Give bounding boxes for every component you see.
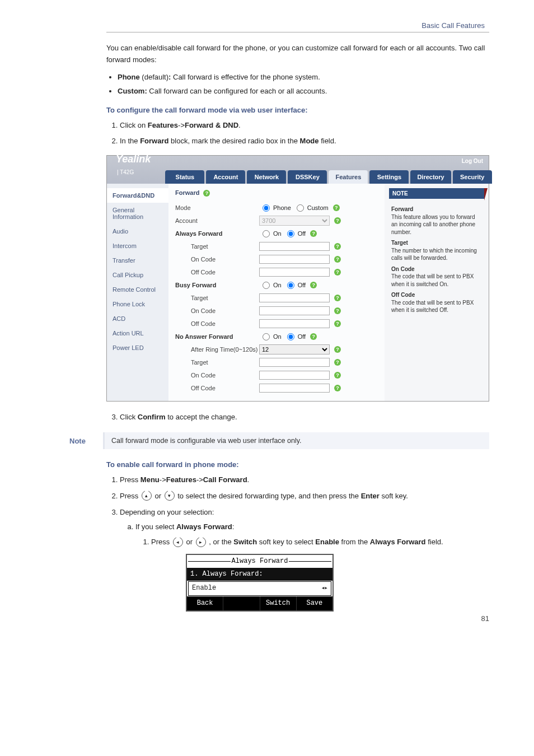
sec1-step1: Click on Features->Forward & DND.: [120, 120, 489, 132]
tab-dsskey[interactable]: DSSKey: [288, 170, 327, 184]
side-remote-control[interactable]: Remote Control: [107, 282, 168, 297]
header-rule: [106, 32, 489, 32]
side-nav: Forward&DND General Information Audio In…: [107, 184, 168, 401]
sec1-step2: In the Forward block, mark the desired r…: [120, 136, 489, 147]
busy-offcode-input[interactable]: [259, 319, 330, 328]
note-callout: Note Call forward mode is configurable v…: [67, 432, 489, 449]
side-audio[interactable]: Audio: [107, 224, 168, 239]
busy-off-radio[interactable]: [287, 282, 294, 289]
mode-phone-radio[interactable]: [263, 204, 270, 212]
softkey-switch[interactable]: Switch: [260, 596, 297, 610]
tab-directory[interactable]: Directory: [410, 170, 451, 184]
help-icon[interactable]: ?: [310, 333, 317, 340]
help-icon[interactable]: ?: [334, 243, 341, 250]
sec1-step3: Click Confirm to accept the change.: [120, 412, 489, 423]
sec2-step2: Press ▴ or ▾ to select the desired forwa…: [120, 491, 489, 502]
busy-oncode-input[interactable]: [259, 306, 330, 315]
phone-row2[interactable]: Enable ◂▸: [188, 581, 331, 595]
side-power-led[interactable]: Power LED: [107, 340, 168, 355]
sec2-head: To enable call forward in phone mode:: [106, 460, 489, 469]
help-icon[interactable]: ?: [334, 307, 341, 314]
phone-title: Always Forward: [187, 555, 332, 568]
side-intercom[interactable]: Intercom: [107, 239, 168, 253]
brand-logo: Yealink | T42G: [111, 151, 155, 184]
top-tabs: Status Account Network DSSKey Features S…: [165, 170, 491, 184]
row-always-forward: Always Forward On Off ?: [175, 228, 378, 239]
phone-softkeys: Back Switch Save: [187, 596, 332, 610]
always-offcode-input[interactable]: [259, 268, 330, 277]
side-action-url[interactable]: Action URL: [107, 326, 168, 340]
note-head: NOTE: [389, 188, 484, 199]
help-icon[interactable]: ?: [334, 295, 341, 301]
softkey-empty[interactable]: [223, 596, 260, 610]
noans-on-radio[interactable]: [263, 333, 270, 340]
mode-bullets: Phone (default): Call forward is effecti…: [118, 72, 489, 97]
bullet-phone-default: (default): [140, 73, 168, 81]
note-panel: NOTE ForwardThis feature allows you to f…: [385, 184, 489, 401]
form-title: Forward ?: [175, 189, 378, 197]
side-acd[interactable]: ACD: [107, 311, 168, 326]
help-icon[interactable]: ?: [334, 359, 341, 366]
tab-status[interactable]: Status: [165, 170, 204, 184]
bullet-custom-rest: Call forward can be configured for each …: [147, 87, 327, 95]
noans-off-radio[interactable]: [287, 333, 294, 340]
help-icon[interactable]: ?: [334, 217, 341, 224]
side-phone-lock[interactable]: Phone Lock: [107, 297, 168, 311]
phone-enable-value: Enable: [192, 583, 216, 594]
help-icon[interactable]: ?: [334, 346, 341, 353]
help-icon[interactable]: ?: [310, 230, 317, 237]
sec2-sub-a-1: Press ◂ or ▸ , or the Switch soft key to…: [151, 536, 489, 548]
help-icon[interactable]: ?: [310, 282, 317, 288]
note-label: Note: [67, 432, 103, 449]
sec2-sub-a: If you select Always Forward: Press ◂ or…: [135, 521, 489, 611]
busy-target-input[interactable]: [259, 293, 330, 302]
phone-row1: 1. Always Forward:: [187, 568, 332, 581]
note-body: Call forward mode is configurable via we…: [103, 432, 489, 449]
mode-custom-radio[interactable]: [297, 204, 304, 212]
softkey-save[interactable]: Save: [297, 596, 332, 610]
tab-account[interactable]: Account: [206, 170, 245, 184]
help-icon[interactable]: ?: [334, 256, 341, 263]
noans-oncode-input[interactable]: [259, 371, 330, 380]
side-transfer[interactable]: Transfer: [107, 253, 168, 268]
help-icon[interactable]: ?: [334, 372, 341, 379]
down-key-icon: ▾: [165, 491, 175, 501]
busy-on-radio[interactable]: [263, 282, 270, 289]
right-key-icon: ▸: [196, 537, 206, 547]
side-call-pickup[interactable]: Call Pickup: [107, 268, 168, 282]
help-icon[interactable]: ?: [334, 269, 341, 276]
tab-settings[interactable]: Settings: [369, 170, 409, 184]
help-icon[interactable]: ?: [334, 320, 341, 327]
tab-network[interactable]: Network: [247, 170, 286, 184]
always-on-radio[interactable]: [263, 230, 270, 237]
help-icon[interactable]: ?: [203, 190, 210, 197]
logout-link[interactable]: Log Out: [462, 158, 483, 164]
after-ring-select[interactable]: 12: [259, 344, 330, 354]
row-account: Account 3700?: [175, 215, 378, 226]
always-target-input[interactable]: [259, 242, 330, 251]
running-head: Basic Call Features: [106, 21, 489, 30]
tab-features[interactable]: Features: [329, 170, 368, 184]
softkey-back[interactable]: Back: [187, 596, 223, 610]
bullet-phone-label: Phone: [118, 73, 140, 81]
always-off-radio[interactable]: [287, 230, 294, 237]
up-key-icon: ▴: [142, 491, 152, 501]
help-icon[interactable]: ?: [334, 385, 341, 391]
tab-security[interactable]: Security: [453, 170, 492, 184]
help-icon[interactable]: ?: [333, 204, 340, 211]
noans-offcode-input[interactable]: [259, 384, 330, 393]
row-noanswer-forward: No Answer Forward On Off ?: [175, 331, 378, 342]
always-oncode-input[interactable]: [259, 255, 330, 264]
left-key-icon: ◂: [173, 537, 183, 547]
sec2-steps: Press Menu->Features->Call Forward. Pres…: [110, 474, 489, 612]
side-general-info[interactable]: General Information: [107, 203, 168, 224]
web-admin-screenshot: Log Out Yealink | T42G Status Account Ne…: [106, 155, 489, 402]
sec1-head: To configure the call forward mode via w…: [106, 106, 489, 114]
phone-screenshot: Always Forward 1. Always Forward: Enable…: [186, 554, 334, 612]
sec2-sub-a-steps: Press ◂ or ▸ , or the Switch soft key to…: [141, 536, 489, 548]
account-select[interactable]: 3700: [259, 216, 330, 226]
form-area: Forward ? Mode Phone Custom ? Account 37…: [168, 184, 385, 401]
page-number: 81: [481, 614, 489, 623]
side-forward-dnd[interactable]: Forward&DND: [107, 188, 168, 203]
noans-target-input[interactable]: [259, 358, 330, 367]
